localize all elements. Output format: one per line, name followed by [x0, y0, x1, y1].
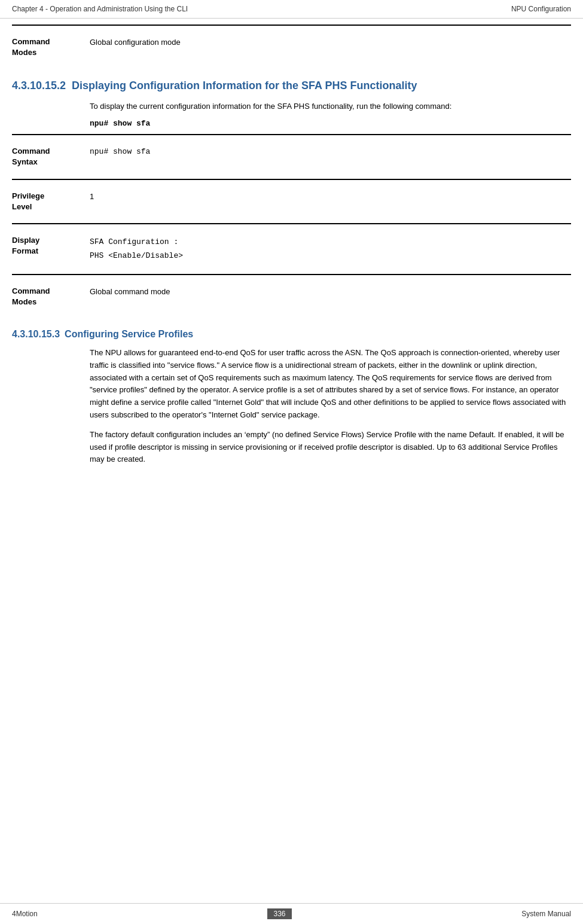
top-command-modes-section: CommandModes Global configuration mode [12, 25, 571, 69]
section-4-3-10-15-3-heading: 4.3.10.15.3Configuring Service Profiles [12, 329, 571, 340]
section-4-3-10-15-2-intro: To display the current configuration inf… [90, 100, 571, 113]
footer-right: System Manual [521, 910, 571, 918]
display-format-label: DisplayFormat [12, 235, 90, 257]
top-command-modes-content: Global configuration mode [90, 36, 571, 48]
section-4-3-10-15-2-title: Displaying Configuration Information for… [72, 80, 417, 92]
section-4-3-10-15-3-number: 4.3.10.15.3 [12, 329, 60, 339]
section-4-3-10-15-2-number: 4.3.10.15.2 [12, 80, 66, 92]
section-4-3-10-15-3-title: Configuring Service Profiles [65, 329, 193, 339]
section-4-3-10-15-2-command: npu# show sfa [90, 119, 571, 128]
command-modes-content: Global command mode [90, 286, 571, 298]
page-number: 336 [267, 908, 291, 919]
section-4-3-10-15-3-para1: The NPU allows for guaranteed end-to-end… [90, 347, 571, 422]
command-modes-section: CommandModes Global command mode [12, 274, 571, 318]
display-format-content: SFA Configuration : PHS <Enable/Disable> [90, 235, 571, 263]
command-syntax-label: CommandSyntax [12, 146, 90, 167]
section-4-3-10-15-2-heading: 4.3.10.15.2Displaying Configuration Info… [12, 80, 571, 92]
section-4-3-10-15-3-para2: The factory default configuration includ… [90, 429, 571, 466]
header-right: NPU Configuration [511, 5, 571, 13]
display-format-line1: SFA Configuration : [90, 235, 571, 249]
command-syntax-section: CommandSyntax npu# show sfa [12, 134, 571, 178]
display-format-section: DisplayFormat SFA Configuration : PHS <E… [12, 223, 571, 274]
display-format-line2: PHS <Enable/Disable> [90, 249, 571, 263]
header-left: Chapter 4 - Operation and Administration… [12, 5, 188, 13]
page-footer: 4Motion 336 System Manual [0, 903, 583, 924]
footer-left: 4Motion [12, 910, 38, 918]
privilege-level-section: PrivilegeLevel 1 [12, 179, 571, 223]
command-syntax-content: npu# show sfa [90, 146, 571, 158]
privilege-level-label: PrivilegeLevel [12, 191, 90, 212]
top-command-modes-label: CommandModes [12, 36, 90, 58]
privilege-level-content: 1 [90, 191, 571, 203]
command-modes-label: CommandModes [12, 286, 90, 307]
